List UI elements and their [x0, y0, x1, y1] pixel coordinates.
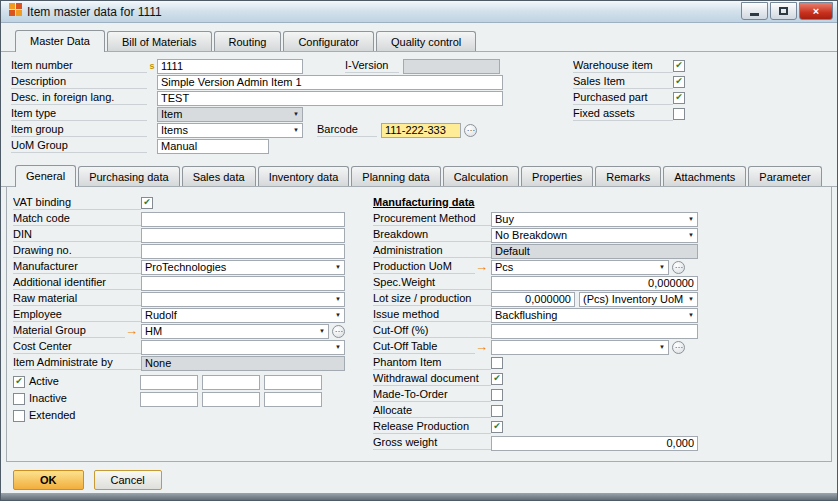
match-code-field[interactable] [141, 212, 345, 227]
active-checkbox[interactable]: ✔ [13, 376, 25, 388]
tab-attachments[interactable]: Attachments [663, 166, 746, 186]
din-field[interactable] [141, 228, 345, 243]
production-uom-label-cell: Production UoM → [373, 260, 491, 274]
production-uom-row: Production UoM → Pcs ▼ … [373, 259, 698, 275]
phantom-item-checkbox[interactable] [491, 357, 503, 369]
tab-calculation[interactable]: Calculation [443, 166, 519, 186]
tab-remarks[interactable]: Remarks [595, 166, 661, 186]
tab-general[interactable]: General [15, 165, 76, 187]
raw-material-select[interactable]: ▼ [141, 292, 345, 307]
material-group-selector-icon[interactable]: … [332, 325, 345, 338]
close-icon: × [813, 5, 819, 17]
item-number-field[interactable] [157, 59, 303, 74]
uom-group-field[interactable] [157, 139, 269, 154]
item-group-select[interactable]: Items ▼ [157, 123, 303, 138]
tab-planning-data[interactable]: Planning data [351, 166, 440, 186]
drawing-no-field[interactable] [141, 244, 345, 259]
cut-off-percent-label: Cut-Off (%) [373, 324, 491, 338]
release-production-label: Release Production [373, 420, 491, 434]
drawing-no-label: Drawing no. [13, 244, 141, 258]
manufacturer-select[interactable]: ProTechnologies ▼ [141, 260, 345, 275]
item-administrate-by-row: Item Administrate by [13, 355, 365, 371]
tab-parameter[interactable]: Parameter [748, 166, 821, 186]
sales-item-checkbox[interactable]: ✔ [673, 76, 685, 88]
cost-center-select[interactable]: ▼ [141, 340, 345, 355]
lot-size-field[interactable] [491, 292, 575, 307]
active-range-field-3[interactable] [264, 375, 322, 390]
withdrawal-document-checkbox[interactable]: ✔ [491, 373, 503, 385]
additional-identifier-field[interactable] [141, 276, 345, 291]
foreign-description-field[interactable] [157, 91, 503, 106]
release-production-checkbox[interactable]: ✔ [491, 421, 503, 433]
made-to-order-checkbox[interactable] [491, 389, 503, 401]
dropdown-arrow-icon[interactable]: ▼ [685, 216, 694, 222]
cut-off-percent-field[interactable] [491, 324, 698, 339]
procurement-method-select[interactable]: Buy ▼ [491, 212, 698, 227]
warehouse-item-checkbox[interactable]: ✔ [673, 60, 685, 72]
extended-checkbox[interactable] [13, 410, 25, 422]
vat-binding-checkbox[interactable]: ✔ [141, 197, 153, 209]
tab-configurator[interactable]: Configurator [283, 31, 374, 51]
cut-off-table-select[interactable]: ▼ [491, 340, 669, 355]
dropdown-arrow-icon[interactable]: ▼ [685, 296, 694, 302]
tab-inventory-data[interactable]: Inventory data [258, 166, 350, 186]
tab-routing[interactable]: Routing [214, 31, 282, 51]
employee-select[interactable]: Rudolf ▼ [141, 308, 345, 323]
link-arrow-icon[interactable]: → [475, 341, 488, 353]
item-type-select[interactable]: Item ▼ [157, 107, 303, 122]
active-range-field-1[interactable] [140, 375, 198, 390]
dropdown-arrow-icon[interactable]: ▼ [332, 312, 341, 318]
dropdown-arrow-icon[interactable]: ▼ [332, 264, 341, 270]
item-administrate-by-field[interactable] [141, 356, 345, 371]
purchased-part-checkbox[interactable]: ✔ [673, 92, 685, 104]
issue-method-select[interactable]: Backflushing ▼ [491, 308, 698, 323]
tab-quality-control[interactable]: Quality control [376, 31, 476, 51]
barcode-selector-icon[interactable]: … [464, 124, 477, 137]
inactive-range-field-3[interactable] [264, 392, 322, 407]
description-field[interactable] [157, 75, 503, 90]
administration-field[interactable] [491, 244, 698, 259]
ok-button[interactable]: OK [13, 470, 84, 490]
dropdown-arrow-icon[interactable]: ▼ [332, 344, 341, 350]
inactive-checkbox[interactable] [13, 393, 25, 405]
spec-weight-field[interactable] [491, 276, 698, 291]
dropdown-arrow-icon[interactable]: ▼ [316, 328, 325, 334]
dropdown-arrow-icon[interactable]: ▼ [290, 127, 299, 133]
tab-bill-of-materials[interactable]: Bill of Materials [107, 31, 212, 51]
manufacturer-label: Manufacturer [13, 260, 141, 274]
procurement-method-label: Procurement Method [373, 212, 491, 226]
lot-size-uom-select[interactable]: (Pcs) Inventory UoM ▼ [579, 292, 698, 307]
material-group-select[interactable]: HM ▼ [141, 324, 329, 339]
i-version-field[interactable] [403, 59, 500, 74]
gross-weight-field[interactable] [491, 436, 698, 451]
cut-off-table-selector-icon[interactable]: … [672, 341, 685, 354]
link-arrow-icon[interactable]: → [475, 261, 488, 273]
fixed-assets-checkbox[interactable] [673, 108, 685, 120]
maximize-button[interactable] [770, 2, 797, 20]
dropdown-arrow-icon[interactable]: ▼ [656, 344, 665, 350]
allocate-checkbox[interactable] [491, 405, 503, 417]
tab-purchasing-data[interactable]: Purchasing data [78, 166, 180, 186]
minimize-button[interactable] [741, 2, 768, 20]
titlebar[interactable]: Item master data for 1111 × [1, 1, 837, 23]
tab-master-data[interactable]: Master Data [15, 30, 105, 52]
dropdown-arrow-icon[interactable]: ▼ [685, 232, 694, 238]
dropdown-arrow-icon[interactable]: ▼ [685, 312, 694, 318]
barcode-field[interactable] [381, 123, 461, 138]
close-button[interactable]: × [799, 2, 833, 20]
material-group-label-cell: Material Group → [13, 324, 141, 338]
cancel-button[interactable]: Cancel [94, 470, 162, 490]
sales-item-label: Sales Item [573, 75, 673, 89]
production-uom-select[interactable]: Pcs ▼ [491, 260, 669, 275]
inactive-range-field-2[interactable] [202, 392, 260, 407]
tab-sales-data[interactable]: Sales data [182, 166, 256, 186]
dropdown-arrow-icon[interactable]: ▼ [332, 296, 341, 302]
breakdown-select[interactable]: No Breakdown ▼ [491, 228, 698, 243]
dropdown-arrow-icon[interactable]: ▼ [290, 111, 299, 117]
inactive-range-field-1[interactable] [140, 392, 198, 407]
production-uom-selector-icon[interactable]: … [672, 261, 685, 274]
dropdown-arrow-icon[interactable]: ▼ [656, 264, 665, 270]
active-range-field-2[interactable] [202, 375, 260, 390]
link-arrow-icon[interactable]: → [125, 325, 138, 337]
tab-properties[interactable]: Properties [521, 166, 593, 186]
